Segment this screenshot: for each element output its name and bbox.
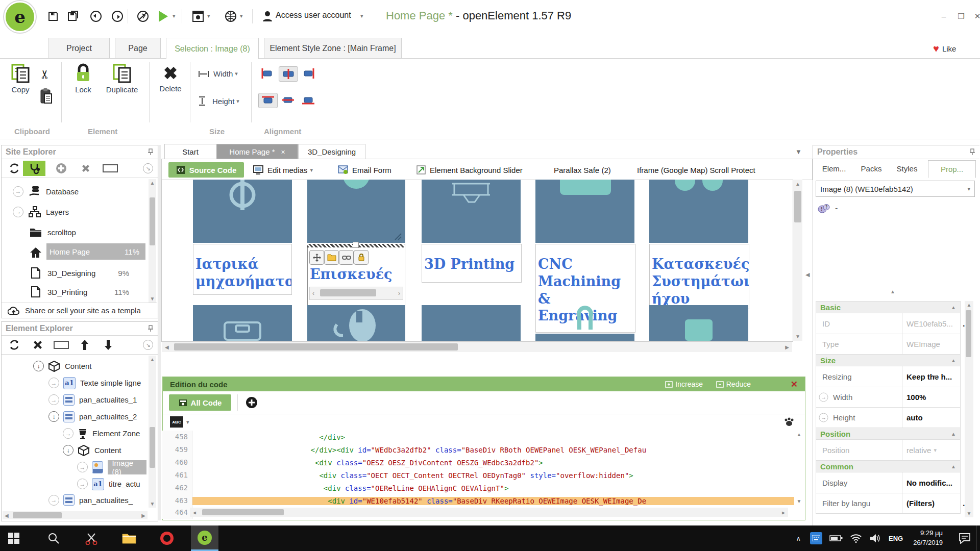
- properties-collapse-up-icon[interactable]: ▲: [890, 289, 895, 294]
- refresh-icon[interactable]: [6, 337, 23, 353]
- expand-icon[interactable]: →: [13, 186, 23, 197]
- tile-image-cnc[interactable]: [535, 180, 634, 243]
- delete-page-icon[interactable]: [77, 161, 94, 176]
- duplicate-button[interactable]: Duplicate: [102, 63, 142, 94]
- tree-item-content[interactable]: ↓ Content: [2, 358, 146, 374]
- delete-element-icon[interactable]: [29, 337, 46, 353]
- refresh-icon[interactable]: [6, 161, 23, 176]
- tile-image-row2-toolbox[interactable]: [193, 305, 292, 341]
- expand-icon[interactable]: →: [77, 479, 88, 489]
- width-expand-icon[interactable]: →: [819, 392, 828, 402]
- redo-icon[interactable]: [109, 8, 126, 24]
- lock-element-button[interactable]: [354, 250, 369, 265]
- like-button[interactable]: ♥ Like: [933, 43, 956, 55]
- properties-tab-packs[interactable]: Packs: [855, 160, 887, 177]
- close-button[interactable]: ✕: [971, 11, 980, 21]
- align-top-button[interactable]: [258, 93, 278, 108]
- expand-icon[interactable]: →: [48, 378, 59, 388]
- tree-item-home-page[interactable]: Home Page 11%: [2, 242, 146, 263]
- expand-icon[interactable]: →: [77, 462, 88, 472]
- tab-list-caret-icon[interactable]: ▼: [795, 148, 802, 156]
- tray-wifi-icon[interactable]: [850, 534, 862, 543]
- align-middle-button[interactable]: [279, 93, 297, 107]
- tab-close-icon[interactable]: ×: [281, 148, 285, 156]
- ribbon-tab-page[interactable]: Page: [115, 38, 161, 58]
- site-check-icon[interactable]: [23, 161, 45, 176]
- add-page-icon[interactable]: [53, 161, 70, 176]
- tile-image-medical[interactable]: [193, 180, 292, 243]
- start-button[interactable]: [0, 525, 28, 551]
- align-right-button[interactable]: [299, 66, 317, 81]
- tile-image-3d-printing[interactable]: [422, 180, 521, 243]
- collapse-icon[interactable]: ↓: [33, 361, 44, 371]
- all-code-tab[interactable]: All Code: [169, 394, 231, 411]
- debug-paw-icon[interactable]: [783, 417, 795, 427]
- tile-image-row2-wrench[interactable]: [535, 334, 634, 341]
- taskbar-file-explorer-icon[interactable]: [115, 525, 143, 551]
- scroll-left-icon[interactable]: ◀: [5, 513, 9, 518]
- pin-icon[interactable]: [148, 148, 154, 156]
- tile-label-3d-printing[interactable]: 3D Printing: [422, 244, 522, 283]
- move-down-icon[interactable]: [100, 337, 117, 353]
- tray-language-button[interactable]: ENG: [889, 535, 903, 542]
- paste-icon[interactable]: [39, 88, 53, 104]
- canvas-hscrollbar[interactable]: ◀ ▶: [162, 342, 792, 352]
- tray-chevron-icon[interactable]: ∧: [796, 535, 801, 542]
- preview-stop-icon[interactable]: [135, 8, 151, 24]
- expand-icon[interactable]: →: [48, 394, 59, 405]
- scroll-right-icon[interactable]: ›: [398, 290, 400, 297]
- play-dropdown-caret-icon[interactable]: ▾: [173, 13, 176, 19]
- tray-volume-icon[interactable]: [869, 534, 880, 543]
- align-bottom-button[interactable]: [299, 93, 317, 107]
- ribbon-tab-style-zone[interactable]: Element Style Zone : [Main Frame]: [264, 38, 402, 58]
- account-caret-icon[interactable]: ▾: [360, 13, 363, 19]
- expand-icon[interactable]: →: [63, 428, 74, 439]
- tree-item-database[interactable]: → Database: [2, 181, 146, 202]
- tree-item-layers[interactable]: → Layers: [2, 202, 146, 222]
- doc-tab-start[interactable]: Start: [164, 144, 216, 159]
- code-hscrollbar[interactable]: ◀ ▶: [190, 508, 788, 517]
- spellcheck-caret-icon[interactable]: ▾: [186, 419, 189, 425]
- lock-button[interactable]: Lock: [67, 63, 99, 94]
- tree-item-content-2[interactable]: ↓ Content: [2, 442, 146, 459]
- tile-image-row2-blank[interactable]: [422, 305, 521, 341]
- minimize-button[interactable]: –: [937, 11, 950, 21]
- element-tree-hscrollbar[interactable]: ◀ ▶: [3, 511, 148, 519]
- share-template-link[interactable]: Share or sell your site as a templa: [2, 303, 157, 318]
- properties-tab-styles[interactable]: Styles: [890, 160, 924, 177]
- scroll-left-icon[interactable]: ‹: [312, 290, 314, 297]
- cut-icon[interactable]: ✂: [38, 69, 52, 80]
- tree-item-texte-simple[interactable]: → a1 Texte simple ligne: [2, 374, 146, 391]
- publish-globe-icon[interactable]: [223, 8, 239, 24]
- properties-tab-prop[interactable]: Prop...: [928, 160, 976, 178]
- taskbar-openelement-icon-active[interactable]: e: [191, 525, 218, 551]
- spellcheck-abc-icon[interactable]: ABC: [170, 416, 183, 428]
- expand-icon[interactable]: →: [48, 495, 59, 506]
- section-basic[interactable]: Basic ▲: [816, 301, 961, 313]
- rename-icon[interactable]: [102, 161, 119, 176]
- tray-clock[interactable]: 9:29 μμ 26/7/2019: [913, 529, 943, 548]
- undo-icon[interactable]: [88, 8, 104, 24]
- display-caret-icon[interactable]: ▾: [934, 480, 937, 486]
- add-code-tab-icon[interactable]: [246, 396, 258, 409]
- help-icon[interactable]: ?!: [818, 203, 830, 213]
- window-tools-icon[interactable]: [190, 8, 206, 24]
- bg-slider-button[interactable]: Element Background Slider: [416, 162, 523, 178]
- link-element-button[interactable]: [339, 250, 354, 265]
- prop-row-width[interactable]: → Width 100%: [816, 387, 961, 408]
- tile-image-sound[interactable]: [649, 180, 748, 243]
- scroll-right-icon[interactable]: ▶: [782, 510, 785, 515]
- align-left-button[interactable]: [258, 66, 277, 81]
- scroll-right-icon[interactable]: ▶: [141, 513, 145, 518]
- pin-icon[interactable]: [148, 325, 154, 332]
- tree-item-titre-actu[interactable]: → a1 titre_actu: [2, 475, 146, 492]
- rename-element-icon[interactable]: [53, 337, 70, 353]
- prop-row-height[interactable]: → Height auto: [816, 407, 961, 428]
- tree-item-pan-actualites-1[interactable]: → pan_actualites_1: [2, 391, 146, 408]
- code-vscrollbar[interactable]: ▲ ▼: [795, 431, 803, 505]
- prop-row-resizing[interactable]: Resizing Keep the h... ▾: [816, 366, 961, 387]
- tile-label-sound[interactable]: Κατασκευές Συστημάτων ήχου: [649, 244, 749, 309]
- site-tree-scrollbar[interactable]: ▲ ▼: [149, 179, 156, 303]
- email-form-button[interactable]: Email Form: [338, 162, 391, 178]
- taskbar-search-button[interactable]: [40, 525, 67, 551]
